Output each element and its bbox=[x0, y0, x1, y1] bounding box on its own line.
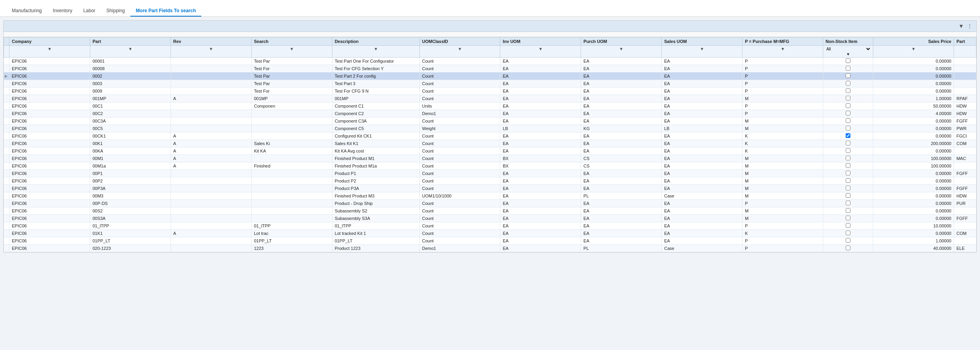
table-row[interactable]: EPIC0600M1aAFinishedFinished Product M1a… bbox=[4, 162, 976, 170]
non-stock-cell[interactable] bbox=[823, 125, 873, 132]
non-stock-checkbox[interactable] bbox=[846, 126, 850, 130]
table-row[interactable]: EPIC0600001Test ParTest Part One For Con… bbox=[4, 58, 976, 65]
table-row[interactable]: EPIC0600P3AProduct P3ACountEAEAEAM0.0000… bbox=[4, 185, 976, 192]
filter-sales-uom[interactable]: ▼ bbox=[662, 46, 742, 58]
table-row[interactable]: EPIC0600P1Product P1CountEAEAEAM0.00000F… bbox=[4, 170, 976, 177]
col-search[interactable]: Search bbox=[251, 37, 332, 46]
table-row[interactable]: EPIC0600M3Finished Product M3UOM1/10/100… bbox=[4, 192, 976, 200]
non-stock-checkbox[interactable] bbox=[846, 246, 850, 250]
non-stock-cell[interactable] bbox=[823, 155, 873, 162]
non-stock-checkbox[interactable] bbox=[846, 88, 850, 93]
non-stock-checkbox[interactable] bbox=[846, 118, 850, 123]
tab-shipping[interactable]: Shipping bbox=[101, 6, 130, 17]
non-stock-cell[interactable] bbox=[823, 140, 873, 147]
col-company[interactable]: Company bbox=[9, 37, 90, 46]
purchuom-filter-btn[interactable]: ▼ bbox=[619, 47, 624, 51]
non-stock-cell[interactable] bbox=[823, 132, 873, 140]
filter-search[interactable]: ▼ bbox=[251, 46, 332, 58]
table-row[interactable]: EPIC0600C5Component C5WeightLBKGLBM0.000… bbox=[4, 125, 976, 132]
non-stock-checkbox[interactable] bbox=[846, 201, 850, 205]
non-stock-checkbox[interactable] bbox=[846, 178, 850, 183]
table-row[interactable]: EPIC0600P-DSProduct - Drop ShipCountEAEA… bbox=[4, 200, 976, 207]
col-rev[interactable]: Rev bbox=[171, 37, 251, 46]
non-stock-checkbox[interactable] bbox=[846, 171, 850, 175]
filter-inv-uom[interactable]: ▼ bbox=[500, 46, 581, 58]
non-stock-cell[interactable] bbox=[823, 88, 873, 95]
non-stock-cell[interactable] bbox=[823, 95, 873, 102]
uomclassid-filter-input[interactable] bbox=[421, 51, 499, 56]
company-filter-btn[interactable]: ▼ bbox=[48, 47, 52, 51]
non-stock-cell[interactable] bbox=[823, 177, 873, 185]
non-stock-checkbox[interactable] bbox=[846, 96, 850, 101]
col-description[interactable]: Description bbox=[332, 37, 419, 46]
tab-more-part-fields-to-search[interactable]: More Part Fields To search bbox=[130, 6, 202, 17]
invuom-filter-input[interactable] bbox=[502, 51, 579, 56]
search-filter-input[interactable] bbox=[253, 51, 330, 56]
table-row[interactable]: EPIC0601_lTPP01_lTPP01_lTPPCountEAEAEAP1… bbox=[4, 222, 976, 230]
table-row[interactable]: EPIC06020-12231223Product 1223Demo1EAPLC… bbox=[4, 245, 976, 252]
table-row[interactable]: EPIC0600K1ASales KiSales Kit K1CountEAEA… bbox=[4, 140, 976, 147]
filter-pm[interactable]: ▼ bbox=[742, 46, 823, 58]
non-stock-cell[interactable] bbox=[823, 110, 873, 117]
salesprice-filter-btn[interactable]: ▼ bbox=[911, 47, 916, 51]
non-stock-checkbox[interactable] bbox=[846, 58, 850, 63]
table-row[interactable]: EPIC0600S2Subassembly S2CountEAEAEAM0.00… bbox=[4, 207, 976, 215]
table-row[interactable]: EPIC0600S3ASubassembly S3ACountEAEAEAM0.… bbox=[4, 215, 976, 222]
col-part2[interactable]: Part bbox=[954, 37, 976, 46]
col-inv-uom[interactable]: Inv UOM bbox=[500, 37, 581, 46]
non-stock-cell[interactable] bbox=[823, 65, 873, 73]
non-stock-checkbox[interactable] bbox=[846, 216, 850, 220]
non-stock-checkbox[interactable] bbox=[846, 223, 850, 228]
non-stock-checkbox[interactable] bbox=[846, 66, 850, 71]
non-stock-checkbox[interactable] bbox=[846, 141, 850, 145]
col-sales-uom[interactable]: Sales UOM bbox=[662, 37, 742, 46]
uomclassid-filter-btn[interactable]: ▼ bbox=[458, 47, 462, 51]
non-stock-checkbox[interactable] bbox=[846, 163, 850, 168]
table-row[interactable]: EPIC0600KAAKit KAKit KA Avg costCountEAE… bbox=[4, 147, 976, 155]
non-stock-cell[interactable] bbox=[823, 192, 873, 200]
col-pm[interactable]: P = Purchase M=MFG bbox=[742, 37, 823, 46]
filter-purch-uom[interactable]: ▼ bbox=[581, 46, 662, 58]
desc-filter-btn[interactable]: ▼ bbox=[374, 47, 378, 51]
non-stock-checkbox[interactable] bbox=[846, 156, 850, 160]
filter-company[interactable]: ▼ bbox=[9, 46, 90, 58]
non-stock-checkbox[interactable] bbox=[846, 133, 850, 138]
filter-sales-price[interactable]: ▼ bbox=[873, 46, 954, 58]
non-stock-cell[interactable] bbox=[823, 245, 873, 252]
table-row[interactable]: EPIC060009Test ForTest For CFG 9 NCountE… bbox=[4, 88, 976, 95]
table-row[interactable]: EPIC0600P2Product P2CountEAEAEAM0.00000 bbox=[4, 177, 976, 185]
table-row[interactable]: EPIC0601K1ALot tracLot tracked Kit 1Coun… bbox=[4, 230, 976, 237]
non-stock-checkbox[interactable] bbox=[846, 148, 850, 153]
salesuom-filter-btn[interactable]: ▼ bbox=[700, 47, 704, 51]
purchuom-filter-input[interactable] bbox=[583, 51, 660, 56]
non-stock-cell[interactable] bbox=[823, 162, 873, 170]
non-stock-checkbox[interactable] bbox=[846, 103, 850, 108]
non-stock-checkbox[interactable] bbox=[846, 208, 850, 213]
non-stock-cell[interactable] bbox=[823, 237, 873, 245]
non-stock-checkbox[interactable] bbox=[846, 186, 850, 190]
tab-labor[interactable]: Labor bbox=[78, 6, 101, 17]
non-stock-cell[interactable] bbox=[823, 58, 873, 65]
col-part[interactable]: Part bbox=[90, 37, 171, 46]
col-sales-price[interactable]: Sales Price bbox=[873, 37, 954, 46]
non-stock-cell[interactable] bbox=[823, 102, 873, 110]
non-stock-checkbox[interactable] bbox=[846, 73, 850, 78]
non-stock-checkbox[interactable] bbox=[846, 81, 850, 86]
table-row[interactable]: EPIC0600008Test ForTest For CFG Selectio… bbox=[4, 65, 976, 73]
salesuom-filter-input[interactable] bbox=[663, 51, 741, 56]
table-row[interactable]: EPIC0600C2Component C2Demo1EAEAEAP4.0000… bbox=[4, 110, 976, 117]
table-row[interactable]: EPIC0600C3AComponent C3ACountEAEAEAM0.00… bbox=[4, 117, 976, 125]
part-filter-btn[interactable]: ▼ bbox=[128, 47, 132, 51]
search-filter-btn[interactable]: ▼ bbox=[290, 47, 294, 51]
filter-part[interactable]: ▼ bbox=[90, 46, 171, 58]
table-row[interactable]: ▶EPIC060002Test ParTest Part 2 For confi… bbox=[4, 73, 976, 80]
tab-manufacturing[interactable]: Manufacturing bbox=[6, 6, 47, 17]
table-row[interactable]: EPIC0600C1ComponenComponent C1UnitsEAEAE… bbox=[4, 102, 976, 110]
non-stock-cell[interactable] bbox=[823, 73, 873, 80]
filter-part2[interactable] bbox=[954, 46, 976, 58]
non-stock-checkbox[interactable] bbox=[846, 231, 850, 235]
tab-inventory[interactable]: Inventory bbox=[47, 6, 78, 17]
non-stock-cell[interactable] bbox=[823, 80, 873, 88]
non-stock-cell[interactable] bbox=[823, 117, 873, 125]
desc-filter-input[interactable] bbox=[334, 51, 418, 56]
